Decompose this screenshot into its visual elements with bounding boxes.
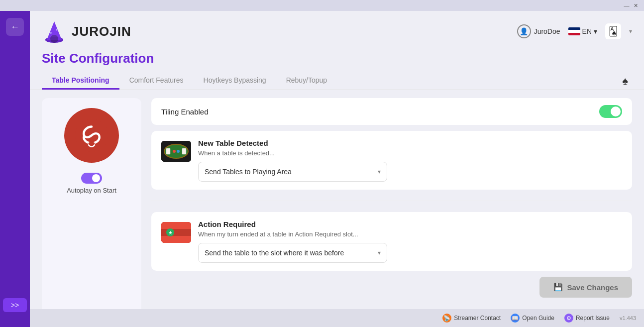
action-required-thumbnail-bg: ★: [161, 222, 191, 243]
autoplay-area: Autoplay on Start: [67, 173, 116, 194]
report-issue-icon: ⚙: [564, 314, 573, 323]
logo-icon: [42, 19, 67, 44]
main-area: JUROJIN 👤 JuroDoe EN ▾ 🂡 ▾ Site Configur…: [30, 11, 644, 327]
save-icon: 💾: [553, 283, 563, 292]
tab-rebuy-topup[interactable]: Rebuy/Topup: [276, 72, 337, 90]
save-area: 💾 Save Changes: [151, 277, 632, 302]
close-button[interactable]: ✕: [631, 1, 640, 10]
logo-text: JUROJIN: [72, 24, 131, 39]
action-required-dropdown-arrow-icon: ▾: [378, 249, 381, 256]
svg-rect-17: [161, 236, 191, 243]
svg-rect-11: [182, 148, 186, 154]
tiling-toggle[interactable]: [599, 105, 622, 118]
header: JUROJIN 👤 JuroDoe EN ▾ 🂡 ▾: [30, 11, 644, 46]
open-guide-button[interactable]: 📖 Open Guide: [511, 314, 554, 323]
action-required-subtitle: When my turn ended at a table in Action …: [198, 230, 622, 238]
tabs: Table Positioning Comfort Features Hoytk…: [42, 72, 632, 90]
action-required-thumbnail: ★: [161, 222, 191, 243]
svg-point-5: [50, 35, 58, 43]
user-area[interactable]: 👤 JuroDoe: [517, 24, 560, 38]
new-table-thumbnail-bg: [161, 141, 191, 162]
site-logo: [64, 108, 119, 163]
autoplay-toggle-knob: [92, 174, 100, 182]
username: JuroDoe: [534, 27, 560, 35]
new-table-thumbnail: [161, 141, 191, 162]
card-icon[interactable]: 🂡: [605, 23, 621, 39]
tiling-row: Tiling Enabled: [151, 98, 632, 125]
action-required-title: Action Required: [198, 220, 622, 228]
site-logo-svg: [74, 118, 109, 153]
svg-rect-16: [161, 229, 191, 236]
tab-table-positioning[interactable]: Table Positioning: [42, 72, 119, 90]
logo-area: JUROJIN: [42, 19, 131, 44]
new-table-dropdown[interactable]: Send Tables to Playing Area ▾: [198, 162, 387, 182]
autoplay-label: Autoplay on Start: [67, 187, 116, 194]
page-title: Site Configuration: [42, 51, 632, 66]
tiling-toggle-knob: [611, 107, 621, 116]
flag-icon: [568, 27, 580, 35]
version-label: v1.443: [620, 315, 636, 321]
streamer-contact-icon: 📡: [442, 314, 451, 323]
back-button[interactable]: ←: [6, 18, 24, 36]
new-table-subtitle: When a table is detected...: [198, 149, 622, 157]
action-required-dropdown-value: Send the table to the slot where it was …: [205, 249, 344, 257]
streamer-contact-label: Streamer Contact: [454, 315, 501, 322]
card-symbol: 🂡: [609, 26, 618, 37]
new-table-inner: New Table Detected When a table is detec…: [161, 139, 622, 182]
report-issue-button[interactable]: ⚙ Report Issue: [564, 314, 610, 323]
new-table-section: New Table Detected When a table is detec…: [151, 131, 632, 190]
tab-hoytkeys-bypassing[interactable]: Hoytkeys Bypassing: [194, 72, 276, 90]
tiling-label: Tiling Enabled: [161, 108, 209, 116]
expand-button[interactable]: >>: [3, 298, 27, 312]
action-required-section: ★ Action Required When my turn ended at …: [151, 212, 632, 271]
streamer-contact-button[interactable]: 📡 Streamer Contact: [442, 314, 501, 323]
svg-text:★: ★: [168, 230, 173, 235]
svg-rect-15: [161, 222, 191, 229]
card-chevron-icon: ▾: [629, 28, 632, 35]
sidebar: ← >>: [0, 11, 30, 327]
user-icon: 👤: [517, 24, 531, 38]
action-required-dropdown[interactable]: Send the table to the slot where it was …: [198, 243, 387, 263]
header-right: 👤 JuroDoe EN ▾ 🂡 ▾: [517, 23, 632, 39]
section-divider: [151, 201, 632, 201]
svg-point-12: [173, 150, 176, 153]
report-issue-label: Report Issue: [576, 315, 610, 322]
tab-comfort-features[interactable]: Comfort Features: [119, 72, 194, 90]
lang-selector[interactable]: EN ▾: [568, 27, 597, 35]
minimize-button[interactable]: —: [622, 1, 631, 10]
svg-point-2: [50, 32, 52, 34]
open-guide-label: Open Guide: [522, 315, 554, 322]
svg-rect-10: [166, 148, 170, 154]
footer: 📡 Streamer Contact 📖 Open Guide ⚙ Report…: [30, 309, 644, 327]
new-table-dropdown-arrow-icon: ▾: [378, 168, 381, 175]
new-table-content: New Table Detected When a table is detec…: [198, 139, 622, 182]
save-button[interactable]: 💾 Save Changes: [539, 277, 632, 298]
action-required-inner: ★ Action Required When my turn ended at …: [161, 220, 622, 263]
title-bar: — ✕: [0, 0, 644, 11]
new-table-title: New Table Detected: [198, 139, 622, 147]
page-header: Site Configuration Table Positioning Com…: [30, 46, 644, 90]
lang-chevron-icon: ▾: [594, 27, 597, 35]
new-table-thumb-svg: [161, 141, 191, 162]
lang-label: EN: [582, 27, 592, 35]
left-panel: Autoplay on Start: [42, 98, 141, 319]
svg-point-13: [177, 150, 180, 153]
new-table-dropdown-value: Send Tables to Playing Area: [205, 168, 292, 176]
save-label: Save Changes: [567, 283, 618, 292]
right-panel: Tiling Enabled: [151, 98, 632, 319]
action-required-thumb-svg: ★: [161, 222, 191, 243]
spade-icon: ♠: [618, 73, 632, 90]
content-area: Autoplay on Start Tiling Enabled: [30, 90, 644, 327]
open-guide-icon: 📖: [511, 314, 520, 323]
svg-point-3: [56, 29, 58, 31]
action-required-content: Action Required When my turn ended at a …: [198, 220, 622, 263]
autoplay-toggle[interactable]: [81, 173, 102, 184]
